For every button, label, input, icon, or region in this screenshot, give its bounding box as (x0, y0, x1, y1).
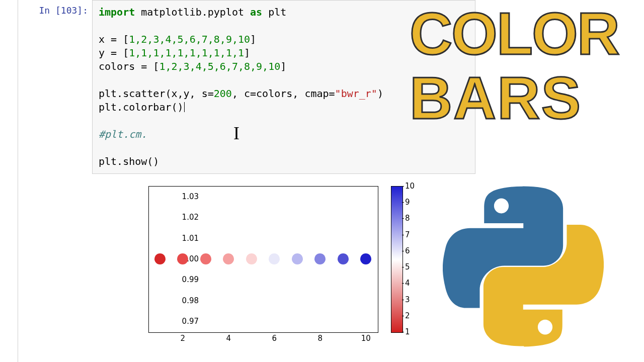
colorbar-tick-label: 7 (405, 230, 410, 239)
colorbar-tick-mark (402, 186, 404, 187)
x-tick-label: 4 (226, 334, 231, 343)
colorbar-tick-mark (402, 267, 404, 267)
y-tick-label: 0.99 (182, 275, 199, 284)
x-tick-label: 2 (180, 334, 185, 343)
colorbar-tick-label: 6 (405, 246, 410, 255)
y-tick-label: 1.03 (182, 192, 199, 201)
scatter-point (154, 253, 166, 264)
colorbar-tick-mark (402, 202, 404, 203)
kw-import: import (99, 6, 135, 18)
scatter-point (246, 253, 257, 264)
y-tick-label: 1.02 (182, 213, 199, 222)
text-caret (184, 102, 185, 112)
code-input-area[interactable]: import matplotlib.pyplot as plt x = [1,2… (92, 0, 475, 174)
scatter-point (200, 253, 211, 264)
x-tick-label: 6 (272, 334, 277, 343)
scatter-point (292, 253, 303, 264)
colorbar-tick-mark (402, 251, 404, 251)
colorbar-tick-label: 2 (405, 311, 410, 320)
y-tick-label: 1.01 (182, 234, 199, 243)
colorbar-tick-mark (402, 235, 404, 235)
colorbar-tick-mark (402, 316, 404, 316)
colorbar-tick-mark (402, 332, 404, 332)
notebook-cell: In [103]: import matplotlib.pyplot as pl… (23, 0, 475, 349)
colorbar-tick-mark (402, 300, 404, 300)
colorbar (391, 186, 403, 333)
scatter-point (338, 253, 349, 264)
scatter-point (269, 253, 280, 264)
scatter-point (360, 253, 371, 264)
colorbar-tick-label: 9 (405, 198, 410, 207)
scatter-point (314, 253, 326, 264)
input-prompt: In [103]: (23, 0, 92, 16)
ibeam-cursor-icon: I (233, 121, 239, 146)
y-tick-label: 0.97 (182, 317, 199, 326)
colorbar-tick-label: 5 (405, 262, 410, 272)
colorbar-tick-mark (402, 283, 404, 284)
colorbar-tick-label: 10 (405, 182, 415, 191)
kw-as: as (250, 6, 262, 18)
x-tick-label: 10 (361, 334, 371, 343)
scatter-point (177, 253, 188, 264)
scatter-point (223, 253, 234, 264)
y-tick-label: 0.98 (182, 296, 199, 305)
colorbar-tick-label: 8 (405, 214, 410, 223)
x-tick-label: 8 (317, 334, 323, 343)
colorbar-tick-label: 4 (405, 279, 410, 288)
colorbar-tick-label: 3 (405, 295, 410, 304)
colorbar-tick-label: 1 (405, 327, 410, 336)
colorbar-tick-mark (402, 218, 404, 219)
notebook-left-border (18, 0, 18, 362)
plot-output: 0.970.980.991.001.011.021.03246810123456… (109, 183, 431, 349)
